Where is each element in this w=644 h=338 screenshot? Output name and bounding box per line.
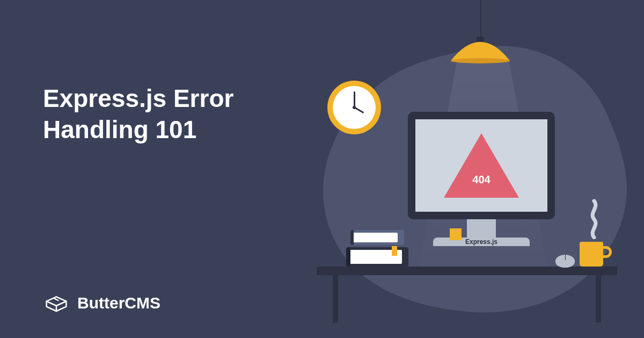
illustration-scene: 404 Express.js — [279, 0, 633, 338]
warning-triangle-icon: 404 — [444, 133, 519, 198]
clock-icon — [327, 81, 381, 134]
brand-name: ButterCMS — [77, 294, 160, 312]
svg-point-0 — [451, 58, 510, 63]
steam-icon — [586, 199, 602, 239]
title-line-2: Handling 101 — [43, 116, 196, 143]
books-icon — [346, 230, 411, 267]
desk-leg — [333, 274, 338, 322]
lamp-icon — [445, 37, 515, 63]
brand-logo: ButterCMS — [43, 292, 160, 314]
mouse-icon — [555, 255, 575, 268]
monitor-icon: 404 Express.js — [408, 112, 555, 246]
sticky-note-icon — [450, 228, 462, 240]
error-code: 404 — [463, 174, 500, 186]
desk-leg — [596, 274, 601, 322]
coffee-mug-icon — [580, 242, 603, 267]
monitor-screen: 404 — [415, 119, 547, 212]
lamp-cord — [480, 0, 481, 40]
monitor-label: Express.js — [433, 238, 530, 246]
title-line-1: Express.js Error — [43, 84, 233, 112]
svg-rect-1 — [477, 37, 484, 42]
hero-title: Express.js Error Handling 101 — [43, 83, 233, 145]
desk-surface — [317, 267, 617, 275]
butter-icon — [43, 292, 70, 314]
